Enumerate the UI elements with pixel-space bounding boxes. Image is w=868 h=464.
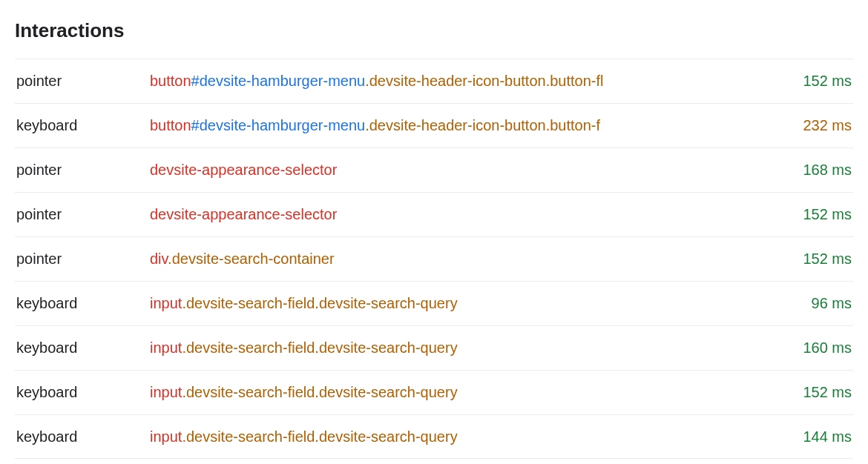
- selector-segment-el: button: [150, 73, 191, 89]
- interaction-duration: 152 ms: [763, 384, 852, 401]
- interaction-type: keyboard: [16, 339, 150, 357]
- interactions-panel: Interactions pointerbutton#devsite-hambu…: [15, 19, 853, 459]
- interaction-type: keyboard: [16, 117, 150, 134]
- selector-segment-el: div: [150, 251, 168, 267]
- selector-segment-el: devsite-appearance-selector: [150, 162, 337, 178]
- selector-segment-cls: .devsite-search-field.devsite-search-que…: [182, 384, 457, 400]
- interaction-duration: 232 ms: [763, 117, 852, 134]
- interaction-type: keyboard: [16, 428, 150, 445]
- interaction-duration: 152 ms: [763, 251, 852, 268]
- interaction-row[interactable]: pointerdevsite-appearance-selector168 ms: [15, 148, 853, 192]
- selector-segment-id: #devsite-hamburger-menu: [191, 73, 366, 89]
- interaction-target: div.devsite-search-container: [150, 251, 763, 268]
- selector-segment-el: input: [150, 339, 182, 356]
- interaction-target: button#devsite-hamburger-menu.devsite-he…: [150, 117, 763, 134]
- interaction-duration: 152 ms: [763, 206, 852, 223]
- selector-segment-el: input: [150, 384, 182, 400]
- interaction-duration: 96 ms: [763, 295, 852, 312]
- interaction-target: devsite-appearance-selector: [150, 206, 763, 223]
- interaction-row[interactable]: keyboardinput.devsite-search-field.devsi…: [15, 414, 853, 459]
- interaction-target: input.devsite-search-field.devsite-searc…: [150, 295, 763, 312]
- interaction-row[interactable]: keyboardinput.devsite-search-field.devsi…: [15, 370, 853, 414]
- selector-segment-cls: .devsite-search-field.devsite-search-que…: [182, 339, 457, 356]
- interaction-target: button#devsite-hamburger-menu.devsite-he…: [150, 73, 763, 90]
- interactions-list: pointerbutton#devsite-hamburger-menu.dev…: [15, 59, 853, 459]
- interaction-target: input.devsite-search-field.devsite-searc…: [150, 339, 763, 357]
- selector-segment-id: #devsite-hamburger-menu: [191, 117, 366, 133]
- interaction-row[interactable]: pointerdevsite-appearance-selector152 ms: [15, 192, 853, 236]
- selector-segment-el: button: [150, 117, 191, 133]
- interaction-duration: 144 ms: [763, 428, 852, 445]
- interaction-target: input.devsite-search-field.devsite-searc…: [150, 428, 763, 445]
- interaction-row[interactable]: keyboardinput.devsite-search-field.devsi…: [15, 281, 853, 325]
- interaction-type: keyboard: [16, 384, 150, 401]
- selector-segment-cls: .devsite-search-container: [168, 251, 335, 267]
- interaction-type: keyboard: [16, 295, 150, 312]
- interaction-type: pointer: [16, 162, 150, 179]
- selector-segment-el: input: [150, 295, 182, 311]
- interaction-target: devsite-appearance-selector: [150, 162, 763, 179]
- interaction-duration: 152 ms: [763, 73, 852, 90]
- interaction-type: pointer: [16, 251, 150, 268]
- interaction-type: pointer: [16, 73, 150, 90]
- interaction-row[interactable]: keyboardinput.devsite-search-field.devsi…: [15, 325, 853, 370]
- interaction-duration: 168 ms: [763, 162, 852, 179]
- selector-segment-el: input: [150, 428, 182, 445]
- interaction-type: pointer: [16, 206, 150, 223]
- selector-segment-el: devsite-appearance-selector: [150, 206, 337, 222]
- interaction-duration: 160 ms: [763, 339, 852, 357]
- selector-segment-cls: .devsite-search-field.devsite-search-que…: [182, 428, 457, 445]
- section-title: Interactions: [15, 19, 853, 42]
- selector-segment-cls: .devsite-header-icon-button.button-f: [365, 117, 600, 133]
- interaction-row[interactable]: pointerdiv.devsite-search-container152 m…: [15, 236, 853, 281]
- selector-segment-cls: .devsite-header-icon-button.button-fl: [365, 73, 603, 89]
- selector-segment-cls: .devsite-search-field.devsite-search-que…: [182, 295, 457, 311]
- interaction-target: input.devsite-search-field.devsite-searc…: [150, 384, 763, 401]
- interaction-row[interactable]: keyboardbutton#devsite-hamburger-menu.de…: [15, 103, 853, 148]
- interaction-row[interactable]: pointerbutton#devsite-hamburger-menu.dev…: [15, 59, 853, 103]
